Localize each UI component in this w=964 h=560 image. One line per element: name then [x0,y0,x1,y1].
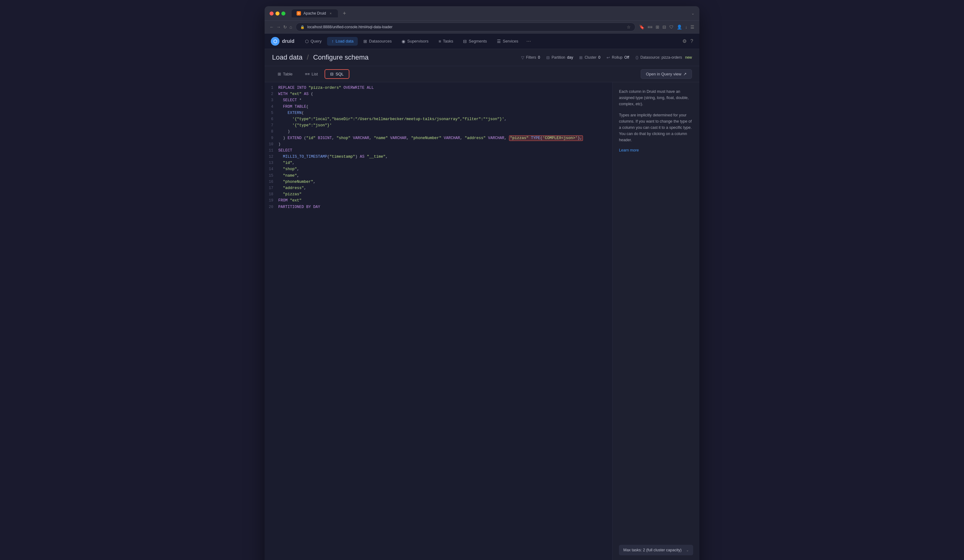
download-icon[interactable]: ↓ [685,24,687,29]
url-display: localhost:8888/unified-console.html#sql-… [307,25,392,29]
page-title: Load data / Configure schema [272,54,369,62]
table-tab-label: Table [283,72,293,76]
info-text-2: Types are implicitly determined for your… [619,112,693,143]
cluster-value: 0 [598,55,600,60]
breadcrumb-root[interactable]: Load data [272,54,303,61]
partition-value: day [567,55,573,60]
extension-icon-5[interactable]: 🛡 [669,24,674,29]
extension-icon-2[interactable]: ≡≡ [648,24,653,29]
datasource-label: Datasource: pizza-orders [640,55,682,60]
extension-icon-3[interactable]: ⊞ [656,24,659,29]
rollup-label: Rollup [612,55,622,60]
cluster-meta[interactable]: ⊞ Cluster 0 [579,55,600,60]
partition-meta[interactable]: ⊟ Partition day [546,55,573,60]
maximize-traffic-light[interactable] [282,11,285,16]
code-line-4: 4 FROM TABLE( [265,104,612,110]
breadcrumb-separator: / [307,54,311,61]
datasource-meta[interactable]: ⟨⟩ Datasource: pizza-orders new [635,55,692,60]
tab-sql[interactable]: ⊟ SQL [324,69,349,79]
browser-toolbar-icons: 🔖 ≡≡ ⊞ ⊟ 🛡 👤 ↓ ☰ [639,24,694,29]
back-nav-button[interactable]: ← [270,24,274,29]
info-text-1: Each column in Druid must have an assign… [619,88,693,107]
settings-icon[interactable]: ⚙ [682,38,687,44]
reload-button[interactable]: ↻ [283,24,287,29]
traffic-lights [270,11,285,16]
code-line-6: 6 '{"type":"local","baseDir":"/Users/hel… [265,116,612,122]
segments-nav-icon: ⊟ [463,39,467,44]
nav-label-datasources: Datasources [369,39,392,44]
security-icon: 🔒 [300,25,305,29]
tab-favicon: D [296,11,301,16]
open-query-button[interactable]: Open in Query view ↗ [641,69,692,79]
code-line-9: 9 ) EXTEND ("id" BIGINT, "shop" VARCHAR,… [265,135,612,141]
new-tab-button[interactable]: + [343,10,346,17]
help-icon[interactable]: ? [690,39,693,44]
code-line-14: 14 "shop", [265,166,612,172]
nav-item-datasources[interactable]: ⊞ Datasources [359,37,396,45]
tab-list[interactable]: ≡≡ List [300,69,323,79]
close-traffic-light[interactable] [270,11,274,16]
extension-icon-4[interactable]: ⊟ [663,24,666,29]
nav-item-load-data[interactable]: ↑ Load data [327,37,358,45]
rollup-value: Off [624,55,629,60]
druid-logo: ⬡ druid [271,37,295,45]
extension-icon-1[interactable]: 🔖 [639,24,645,29]
max-tasks-chevron-icon: ⌄ [686,548,689,552]
code-line-15: 15 "name", [265,173,612,179]
nav-label-load-data: Load data [335,39,353,44]
filters-meta[interactable]: ▽ Filters 0 [521,55,540,60]
address-field[interactable]: 🔒 localhost:8888/unified-console.html#sq… [296,23,635,31]
rollup-meta[interactable]: ↩ Rollup Off [607,55,629,60]
code-line-3: 3 SELECT * [265,97,612,103]
browser-tab[interactable]: D Apache Druid × [291,9,338,17]
code-line-5: 5 EXTERN( [265,110,612,116]
nav-item-segments[interactable]: ⊟ Segments [459,37,491,45]
rollup-icon: ↩ [607,55,610,60]
sql-tab-icon: ⊟ [330,72,334,76]
browser-window: D Apache Druid × + ⌄ ← → ↻ ⌂ 🔒 localhost… [265,6,699,560]
profile-icon[interactable]: 👤 [677,24,682,29]
info-panel: Each column in Druid must have an assign… [612,82,699,560]
code-line-12: 12 MILLIS_TO_TIMESTAMP("timestamp") AS "… [265,154,612,160]
bookmark-icon[interactable]: ☆ [627,24,631,29]
nav-more-button[interactable]: ··· [524,37,534,45]
tab-close-button[interactable]: × [329,11,333,16]
datasource-icon: ⟨⟩ [635,55,638,60]
forward-nav-button[interactable]: → [277,24,281,29]
nav-item-services[interactable]: ☰ Services [493,37,523,45]
datasource-value: new [685,55,692,60]
max-tasks-dropdown[interactable]: Max tasks: 2 (full cluster capacity) ⌄ [619,545,693,555]
tab-title: Apache Druid [303,11,326,16]
code-line-13: 13 "id", [265,160,612,166]
nav-item-supervisors[interactable]: ◉ Supervisors [397,37,433,45]
nav-right-icons: ⚙ ? [682,38,693,44]
app-nav: ⬡ druid ⬡ Query ↑ Load data ⊞ Datasource… [265,34,699,49]
code-area[interactable]: 1 REPLACE INTO "pizza-orders" OVERWRITE … [265,82,612,560]
nav-item-query[interactable]: ⬡ Query [301,37,326,45]
nav-label-supervisors: Supervisors [407,39,428,44]
table-tab-icon: ⊞ [278,72,281,76]
tasks-nav-icon: ≡ [438,39,441,44]
code-line-19: 19 FROM "ext" [265,197,612,204]
services-nav-icon: ☰ [497,39,501,44]
tab-table[interactable]: ⊞ Table [272,69,298,79]
browser-titlebar: D Apache Druid × + ⌄ [265,6,699,21]
minimize-traffic-light[interactable] [275,11,280,16]
breadcrumb-current: Configure schema [313,54,369,61]
code-line-2: 2 WITH "ext" AS ( [265,91,612,97]
open-query-label: Open in Query view [646,72,681,76]
code-line-1: 1 REPLACE INTO "pizza-orders" OVERWRITE … [265,85,612,91]
code-line-17: 17 "address", [265,185,612,191]
code-line-7: 7 '{"type":"json"}' [265,122,612,128]
code-line-11: 11 SELECT [265,148,612,154]
learn-more-link[interactable]: Learn more [619,148,693,153]
nav-label-tasks: Tasks [443,39,453,44]
home-button[interactable]: ⌂ [290,24,292,29]
menu-icon[interactable]: ☰ [690,24,694,29]
nav-item-tasks[interactable]: ≡ Tasks [434,37,458,45]
page-meta: ▽ Filters 0 ⊟ Partition day ⊞ Cluster 0 … [521,55,692,60]
filters-icon: ▽ [521,55,524,60]
nav-label-query: Query [311,39,321,44]
druid-logo-text: druid [282,39,295,44]
tab-list-arrow[interactable]: ⌄ [691,11,694,16]
